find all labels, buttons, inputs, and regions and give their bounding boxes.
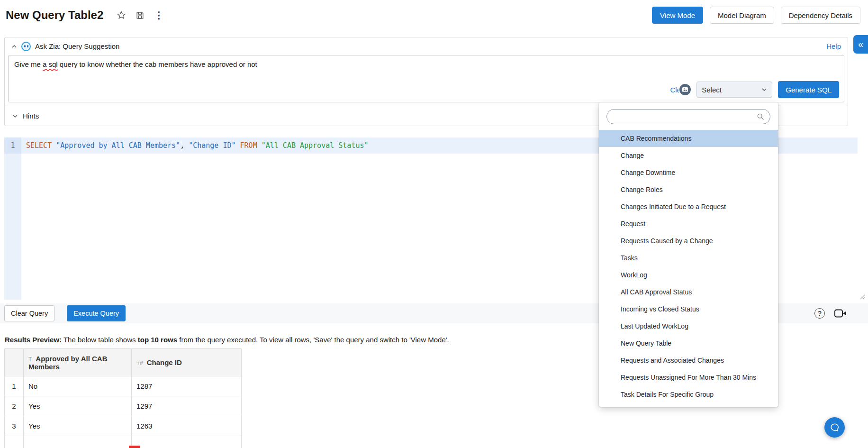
query-prompt-input[interactable]: Give me a sql query to know whether the … [8,55,844,102]
dropdown-item[interactable]: WorkLog [599,266,778,283]
results-table: TApproved by All CAB Members +#Change ID… [4,348,242,448]
code-line-content: SELECT "Approved by All CAB Members", "C… [21,141,369,150]
table-cell [24,436,132,448]
code-token [236,141,240,150]
table-cell: 1297 [132,396,242,416]
chevron-down-icon [761,88,767,91]
dropdown-item[interactable]: Last Updated WorkLog [599,318,778,335]
row-number: 1 [5,376,24,396]
table-row: 2Yes1297 [5,396,242,416]
help-icon[interactable]: ? [814,308,825,319]
number-type-icon: +# [136,360,143,366]
star-icon[interactable] [117,10,126,20]
row-number: 2 [5,396,24,416]
table-select-dropdown[interactable]: Select [696,82,772,98]
editor-gutter [4,137,21,300]
chat-icon [830,422,840,433]
line-number: 1 [4,137,21,154]
code-token: "Approved by All CAB Members" [56,141,180,150]
table-cell: Yes [24,396,132,416]
execute-query-button[interactable]: Execute Query [67,305,126,321]
dropdown-item[interactable]: Change Roles [599,181,778,198]
zia-icon [21,42,31,51]
dropdown-item[interactable]: Changes Initiated Due to a Request [599,198,778,215]
table-row-partial [5,436,242,448]
insert-image-icon[interactable] [679,84,691,95]
table-select-value: Select [702,86,722,94]
dropdown-item[interactable]: Tasks [599,249,778,266]
table-dropdown-panel: CAB RecommendationsChangeChange Downtime… [599,102,778,407]
table-cell: 1287 [132,376,242,396]
chevron-down-icon [12,114,18,118]
results-label: Results Preview: [5,336,62,344]
clear-query-button[interactable]: Clear Query [4,305,54,321]
page-title: New Query Table2 [6,9,103,22]
column-label: Approved by All CAB Members [28,355,107,371]
title-icons: ⋮ [117,10,163,20]
strip-icons: ? [814,308,847,319]
dropdown-item[interactable]: Task Details For Specific Group [599,386,778,403]
table-cell [5,436,24,448]
dropdown-search-box [606,109,770,124]
zia-controls: Clear Select Generate SQL [670,81,839,98]
double-chevron-left-icon: « [858,39,863,50]
resize-handle-icon[interactable] [860,293,865,302]
ask-zia-title: Ask Zia: Query Suggestion [35,42,119,50]
prompt-text: Give me [14,60,43,68]
dropdown-item[interactable]: All CAB Approval Status [599,283,778,301]
red-marker [129,446,140,448]
column-header: TApproved by All CAB Members [24,349,132,376]
results-intro-bold: top 10 rows [138,336,177,344]
results-intro-text: The below table shows [62,336,138,344]
results-intro-text: from the query executed. To view all row… [177,336,449,344]
dropdown-item[interactable]: Requests Unassigned For More Than 30 Min… [599,369,778,386]
table-cell: No [24,376,132,396]
collapse-section-icon[interactable] [11,45,17,48]
text-type-icon: T [28,356,32,363]
table-row: 3Yes1263 [5,416,242,436]
code-token: SELECT [26,141,56,150]
collapse-panel-button[interactable]: « [853,35,868,54]
chat-fab[interactable] [824,417,845,438]
results-tbody: 1No12872Yes12973Yes1263 [5,376,242,448]
model-diagram-button[interactable]: Model Diagram [710,7,774,24]
code-token: "All CAB Approval Status" [262,141,369,150]
table-cell: Yes [24,416,132,436]
code-token: "Change ID" [189,141,235,150]
column-header: +#Change ID [132,349,242,376]
dropdown-item[interactable]: Incoming vs Closed Status [599,301,778,318]
dropdown-item[interactable]: Requests and Associated Changes [599,352,778,369]
column-label: Change ID [147,358,182,366]
table-cell [132,436,242,448]
rownum-header [5,349,24,376]
table-list: CAB RecommendationsChangeChange Downtime… [599,130,778,403]
top-header: New Query Table2 ⋮ View Mode Model Diagr… [0,0,868,30]
generate-sql-button[interactable]: Generate SQL [778,81,839,98]
more-options-icon[interactable]: ⋮ [154,10,163,20]
dropdown-item[interactable]: Change Downtime [599,164,778,181]
dropdown-item[interactable]: Request [599,215,778,232]
header-actions: View Mode Model Diagram Dependency Detai… [652,7,860,24]
hints-label: Hints [23,112,39,120]
dropdown-item[interactable]: Change [599,147,778,164]
prompt-text-misspelled: a sql [43,60,58,68]
dropdown-item[interactable]: New Query Table [599,335,778,352]
table-header-row: TApproved by All CAB Members +#Change ID [5,349,242,376]
save-icon[interactable] [136,11,145,20]
code-token: FROM [240,141,262,150]
help-link[interactable]: Help [826,42,841,50]
dependency-details-button[interactable]: Dependency Details [781,7,860,24]
prompt-text: query to know whether the cab members ha… [58,60,257,68]
ask-zia-header: Ask Zia: Query Suggestion Help [5,37,848,55]
view-mode-button[interactable]: View Mode [652,7,703,24]
search-input[interactable] [613,113,757,120]
dropdown-item[interactable]: CAB Recommendations [599,130,778,147]
row-number: 3 [5,416,24,436]
dropdown-item[interactable]: Requests Caused by a Change [599,232,778,249]
table-row: 1No1287 [5,376,242,396]
search-icon [757,113,764,120]
code-token: , [180,141,189,150]
table-cell: 1263 [132,416,242,436]
video-icon[interactable] [834,309,847,318]
